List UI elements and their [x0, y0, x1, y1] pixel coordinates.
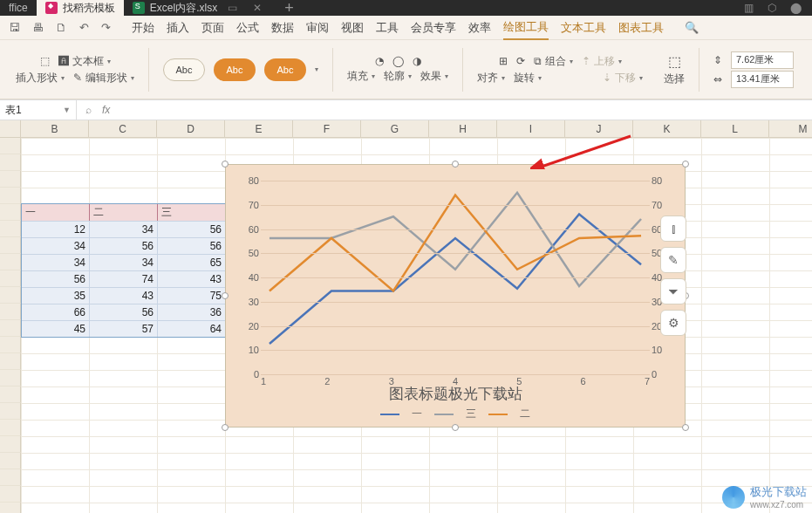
- table-cell[interactable]: 56: [90, 304, 158, 320]
- save-icon[interactable]: 🖫: [9, 21, 20, 34]
- tab-device-icon[interactable]: ▭: [222, 2, 242, 14]
- chart-elements-button[interactable]: ⫿: [660, 215, 686, 242]
- tab-close-icon[interactable]: ✕: [248, 2, 267, 14]
- menu-tools[interactable]: 工具: [376, 17, 399, 39]
- menu-page[interactable]: 页面: [201, 17, 224, 39]
- table-cell[interactable]: 34: [90, 254, 158, 270]
- table-cell[interactable]: 65: [158, 254, 226, 270]
- undo-icon[interactable]: ↶: [79, 21, 89, 34]
- window-icon-2[interactable]: ⬡: [768, 2, 776, 14]
- rotate-button[interactable]: ⟳: [516, 55, 525, 67]
- style-preset-1[interactable]: Abc: [163, 58, 205, 81]
- search-icon[interactable]: 🔍: [685, 17, 699, 38]
- fill-button[interactable]: ◔: [375, 55, 384, 67]
- row-header[interactable]: [0, 436, 21, 453]
- style-preset-3[interactable]: Abc: [264, 58, 306, 81]
- row-header[interactable]: [0, 353, 21, 370]
- menu-formula[interactable]: 公式: [236, 17, 259, 39]
- row-header[interactable]: [0, 503, 21, 513]
- col-E[interactable]: E: [225, 120, 293, 137]
- row-header[interactable]: [0, 304, 21, 320]
- align-button[interactable]: ⊞: [499, 55, 508, 67]
- row-header[interactable]: [0, 221, 21, 237]
- table-row[interactable]: 123456: [22, 221, 226, 237]
- print-icon[interactable]: 🖶: [32, 21, 44, 34]
- col-C[interactable]: C: [89, 120, 157, 137]
- table-cell[interactable]: 56: [90, 237, 158, 254]
- style-more-icon[interactable]: ▾: [315, 65, 318, 73]
- table-row[interactable]: 567443: [22, 270, 226, 287]
- table-cell[interactable]: 43: [158, 270, 226, 287]
- table-header[interactable]: 一: [22, 204, 90, 221]
- table-row[interactable]: 343465: [22, 254, 226, 270]
- table-row[interactable]: 665636: [22, 304, 226, 320]
- edit-shape-button[interactable]: ✎编辑形状▾: [73, 71, 134, 86]
- effects-button[interactable]: ◑: [413, 55, 421, 67]
- row-header[interactable]: [0, 154, 21, 171]
- row-header[interactable]: [0, 254, 21, 270]
- row-header[interactable]: [0, 320, 21, 337]
- row-header[interactable]: [0, 237, 21, 254]
- row-header[interactable]: [0, 138, 21, 154]
- tab-workbook[interactable]: Excel内容.xlsx ▭ ✕: [124, 0, 276, 16]
- resize-handle-s[interactable]: [452, 424, 459, 431]
- menu-draw-tools[interactable]: 绘图工具: [503, 16, 549, 40]
- window-icon-3[interactable]: ⬤: [790, 2, 802, 14]
- table-row[interactable]: 354375: [22, 287, 226, 304]
- tab-office[interactable]: ffice: [0, 0, 37, 16]
- worksheet[interactable]: BCDEFGHIJKLM 一二三 12345634565634346556744…: [0, 120, 812, 513]
- table-cell[interactable]: 57: [90, 320, 158, 337]
- chart-style-button[interactable]: ✎: [660, 247, 686, 273]
- table-cell[interactable]: 12: [22, 221, 90, 237]
- menu-data[interactable]: 数据: [271, 17, 294, 39]
- redo-icon[interactable]: ↷: [101, 21, 111, 34]
- col-L[interactable]: L: [701, 120, 769, 137]
- table-cell[interactable]: 36: [158, 304, 226, 320]
- col-G[interactable]: G: [361, 120, 429, 137]
- table-cell[interactable]: 34: [90, 221, 158, 237]
- menu-insert[interactable]: 插入: [167, 17, 189, 39]
- column-headers[interactable]: BCDEFGHIJKLM: [21, 120, 812, 138]
- table-row[interactable]: 455764: [22, 320, 226, 337]
- outline-button[interactable]: ◯: [392, 55, 404, 67]
- zoom-icon[interactable]: ⌕: [85, 104, 92, 116]
- table-header[interactable]: 二: [90, 204, 158, 221]
- col-B[interactable]: B: [21, 120, 89, 137]
- table-cell[interactable]: 74: [90, 270, 158, 287]
- table-cell[interactable]: 56: [22, 270, 90, 287]
- table-cell[interactable]: 66: [22, 304, 90, 320]
- insert-shape-label[interactable]: 插入形状▾: [16, 71, 65, 86]
- menu-start[interactable]: 开始: [132, 17, 154, 39]
- preview-icon[interactable]: 🗋: [56, 21, 67, 34]
- row-header[interactable]: [0, 337, 21, 353]
- chart-settings-button[interactable]: ⚙: [660, 310, 686, 336]
- table-row[interactable]: 345656: [22, 237, 226, 254]
- fx-icon[interactable]: fx: [102, 104, 110, 116]
- row-headers[interactable]: [0, 138, 21, 513]
- row-header[interactable]: [0, 188, 21, 204]
- col-M[interactable]: M: [769, 120, 812, 137]
- chart-filter-button[interactable]: ⏷: [660, 278, 686, 304]
- col-F[interactable]: F: [293, 120, 361, 137]
- table-cell[interactable]: 64: [158, 320, 226, 337]
- window-icon-1[interactable]: ▥: [744, 2, 754, 14]
- menu-eff[interactable]: 效率: [468, 17, 491, 39]
- row-header[interactable]: [0, 469, 21, 486]
- data-table[interactable]: 一二三 123456345656343465567443354375665636…: [21, 203, 227, 338]
- col-K[interactable]: K: [633, 120, 701, 137]
- table-cell[interactable]: 45: [22, 320, 90, 337]
- row-header[interactable]: [0, 287, 21, 304]
- col-D[interactable]: D: [157, 120, 225, 137]
- col-I[interactable]: I: [497, 120, 565, 137]
- table-cell[interactable]: 43: [90, 287, 158, 304]
- outline-label[interactable]: 轮廓▾: [384, 69, 412, 84]
- plot-area[interactable]: [261, 181, 650, 373]
- row-header[interactable]: [0, 486, 21, 503]
- tab-template[interactable]: 找稻壳模板: [37, 0, 124, 16]
- chart-object[interactable]: 01020304050607080 01020304050607080 图表标题…: [225, 164, 686, 428]
- chevron-down-icon[interactable]: ▼: [63, 106, 71, 114]
- row-header[interactable]: [0, 204, 21, 221]
- select-all-corner[interactable]: [0, 120, 21, 138]
- menu-vip[interactable]: 会员专享: [411, 17, 456, 39]
- width-input[interactable]: 13.41厘米: [731, 71, 794, 88]
